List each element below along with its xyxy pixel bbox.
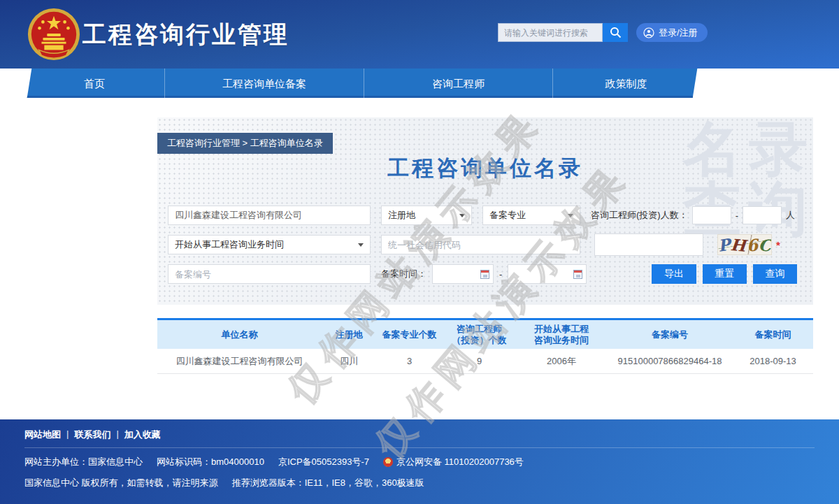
engineer-count-min-input[interactable]: [692, 206, 731, 224]
chevron-down-icon: [358, 243, 364, 247]
engineer-count-max-input[interactable]: [743, 206, 782, 224]
cell-record-time: 2018-09-13: [733, 356, 813, 366]
directory-search-panel: 名录 查询 工程咨询行业管理 > 工程咨询单位名录 工程咨询单位名录 注册地 备…: [157, 117, 813, 305]
main-nav: 首页 工程咨询单位备案 咨询工程师 政策制度: [24, 69, 699, 100]
footer-site-code: 网站标识码：bm04000010: [157, 456, 264, 468]
company-name-input[interactable]: [168, 206, 371, 225]
footer-links: 网站地图 | 联系我们 | 加入收藏: [24, 429, 161, 441]
range-dash: -: [499, 269, 502, 280]
police-badge-icon: [383, 457, 393, 467]
engineer-count-cluster: 咨询工程师(投资)人数： - 人: [591, 206, 795, 225]
nav-item-consulting-engineer[interactable]: 咨询工程师: [364, 69, 552, 100]
user-icon: [643, 27, 654, 38]
footer: 网站地图 | 联系我们 | 加入收藏 网站主办单位：国家信息中心 网站标识码：b…: [0, 419, 839, 504]
record-number-input[interactable]: [168, 264, 371, 284]
cell-unit-name: 四川鑫森建设工程咨询有限公司: [157, 355, 322, 368]
login-register-button[interactable]: 登录/注册: [636, 23, 708, 42]
table-header-row: 单位名称 注册地 备案专业个数 咨询工程师 （投资）个数 开始从事工程 咨询业务…: [157, 318, 813, 349]
footer-link-separator: |: [116, 429, 118, 441]
col-header-region: 注册地: [322, 329, 376, 340]
footer-police[interactable]: 京公网安备 11010202007736号: [383, 456, 524, 468]
record-time-end-input[interactable]: [508, 264, 587, 284]
cell-region: 四川: [322, 355, 376, 368]
footer-host: 网站主办单位：国家信息中心: [24, 456, 143, 468]
engineer-count-label: 咨询工程师(投资)人数：: [591, 209, 688, 222]
footer-link-separator: |: [66, 429, 69, 441]
captcha-input[interactable]: [594, 233, 703, 256]
search-button[interactable]: [603, 23, 628, 42]
range-dash: -: [736, 210, 738, 221]
header-search-input[interactable]: [498, 23, 603, 42]
captcha-char: C: [757, 234, 772, 254]
table-row: 四川鑫森建设工程咨询有限公司 四川 3 9 2006年 915100007866…: [157, 349, 813, 374]
col-header-specialty-count: 备案专业个数: [376, 329, 443, 340]
captcha-char: P: [717, 234, 731, 254]
query-button[interactable]: 查询: [753, 264, 797, 284]
region-select[interactable]: 注册地: [381, 206, 472, 225]
captcha-image[interactable]: P H 6 C: [717, 234, 772, 255]
footer-credits-line: 网站主办单位：国家信息中心 网站标识码：bm04000010 京ICP备0505…: [24, 456, 524, 468]
record-time-cluster: 备案时间： -: [381, 264, 587, 284]
col-header-start-time: 开始从事工程 咨询业务时间: [516, 324, 607, 346]
footer-police-label: 京公网安备 11010202007736号: [396, 456, 524, 468]
chevron-down-icon: [568, 214, 573, 217]
nav-item-policy[interactable]: 政策制度: [552, 69, 699, 100]
footer-link-contact[interactable]: 联系我们: [74, 429, 110, 441]
nav-item-unit-record[interactable]: 工程咨询单位备案: [164, 69, 364, 100]
site-title: 工程咨询行业管理: [83, 0, 289, 69]
calendar-icon: [573, 270, 582, 279]
start-time-select-value: 开始从事工程咨询业务时间: [175, 238, 284, 251]
captcha-char: H: [730, 235, 747, 255]
captcha-char: 6: [746, 235, 759, 254]
region-select-value: 注册地: [388, 209, 415, 222]
col-header-record-number: 备案编号: [607, 329, 733, 340]
export-button[interactable]: 导出: [652, 264, 696, 284]
required-mark: *: [776, 239, 780, 251]
footer-divider: [24, 447, 815, 448]
nav-item-home[interactable]: 首页: [24, 69, 164, 100]
page-title: 工程咨询单位名录: [157, 154, 813, 183]
cell-specialty-count: 3: [376, 356, 443, 366]
national-emblem-icon: [27, 7, 81, 62]
chevron-down-icon: [459, 214, 465, 217]
results-table: 单位名称 注册地 备案专业个数 咨询工程师 （投资）个数 开始从事工程 咨询业务…: [157, 318, 813, 374]
footer-browsers: 推荐浏览器版本：IE11，IE8，谷歌，360极速版: [232, 477, 424, 489]
footer-link-sitemap[interactable]: 网站地图: [24, 429, 61, 441]
footer-copyright: 国家信息中心 版权所有，如需转载，请注明来源: [24, 477, 218, 489]
reset-button[interactable]: 重置: [703, 264, 747, 284]
record-time-start-input[interactable]: [432, 264, 494, 284]
footer-copyright-line: 国家信息中心 版权所有，如需转载，请注明来源 推荐浏览器版本：IE11，IE8，…: [24, 477, 438, 489]
breadcrumb[interactable]: 工程咨询行业管理 > 工程咨询单位名录: [157, 133, 333, 154]
col-header-record-time: 备案时间: [733, 329, 813, 340]
calendar-icon: [480, 270, 489, 279]
specialty-select[interactable]: 备案专业: [482, 206, 580, 225]
credit-code-input[interactable]: [381, 235, 580, 254]
record-time-label: 备案时间：: [381, 268, 426, 280]
start-time-select[interactable]: 开始从事工程咨询业务时间: [168, 235, 371, 254]
header: 工程咨询行业管理 登录/注册: [0, 0, 839, 69]
footer-icp[interactable]: 京ICP备05052393号-7: [278, 456, 369, 468]
page: 工程咨询行业管理 登录/注册 首页 工程咨询单位备案 咨询工程师 政策制度 名录…: [0, 0, 839, 504]
engineer-count-suffix: 人: [786, 209, 795, 222]
col-header-engineer-count: 咨询工程师 （投资）个数: [443, 324, 516, 346]
footer-link-favorite[interactable]: 加入收藏: [124, 429, 161, 441]
cell-record-number: 915100007866829464-18: [607, 356, 733, 366]
captcha-cluster: P H 6 C *: [594, 233, 780, 256]
specialty-select-value: 备案专业: [489, 209, 526, 222]
search-icon: [610, 27, 622, 38]
col-header-unit-name: 单位名称: [157, 329, 322, 340]
login-register-label: 登录/注册: [659, 27, 698, 39]
cell-start-time: 2006年: [516, 355, 607, 368]
cell-engineer-count: 9: [443, 356, 516, 366]
